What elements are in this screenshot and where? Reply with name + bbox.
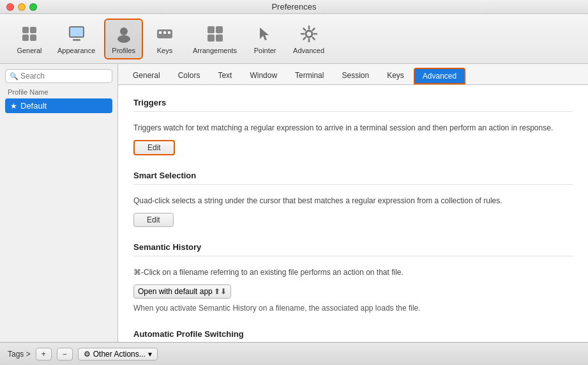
edit-button-triggers[interactable]: Edit (133, 140, 175, 155)
toolbar-label-advanced: Advanced (293, 47, 324, 54)
svg-point-8 (117, 35, 130, 43)
profile-star-icon: ★ (10, 102, 17, 111)
section-semantic-history: Semantic History⌘-Click on a filename re… (133, 242, 573, 314)
tags-label[interactable]: Tags > (8, 350, 31, 359)
svg-rect-2 (22, 35, 29, 41)
section-divider-semantic-history (133, 256, 573, 256)
toolbar-item-advanced[interactable]: Advanced (287, 20, 331, 58)
subtab-bar: GeneralColorsTextWindowTerminalSessionKe… (118, 64, 588, 85)
svg-rect-6 (73, 39, 80, 41)
select-semantic-history[interactable]: Open with default appOpen with editorRun… (138, 287, 223, 296)
close-button[interactable] (6, 3, 14, 11)
section-divider-triggers (133, 111, 573, 112)
section-desc-smart-selection: Quad-click selects a string under the cu… (133, 195, 573, 206)
svg-rect-0 (22, 27, 29, 33)
titlebar: Preferences (0, 0, 588, 14)
add-profile-button[interactable]: + (36, 348, 52, 361)
dropdown-semantic-history[interactable]: Open with default appOpen with editorRun… (133, 284, 231, 299)
profile-item-default[interactable]: ★Default (5, 98, 112, 113)
svg-rect-5 (70, 27, 83, 36)
remove-profile-button[interactable]: − (57, 348, 73, 361)
svg-rect-1 (30, 27, 36, 33)
content-panel: GeneralColorsTextWindowTerminalSessionKe… (118, 64, 588, 342)
bottombar: Tags > + − ⚙ Other Actions... ▾ (0, 342, 588, 365)
toolbar: GeneralAppearanceProfilesKeysArrangement… (0, 14, 588, 64)
section-title-semantic-history: Semantic History (133, 242, 573, 252)
minimize-button[interactable] (18, 3, 26, 11)
search-input[interactable] (20, 72, 108, 81)
search-icon: 🔍 (10, 72, 19, 81)
tab-text[interactable]: Text (209, 68, 240, 84)
other-actions-button[interactable]: ⚙ Other Actions... ▾ (78, 348, 158, 361)
profile-list: ★Default (5, 98, 112, 113)
section-desc-triggers: Triggers watch for text matching a regul… (133, 122, 573, 134)
section-title-triggers: Triggers (133, 98, 573, 107)
svg-rect-15 (207, 35, 215, 42)
section-desc-semantic-history: ⌘-Click on a filename referring to an ex… (133, 267, 573, 278)
svg-rect-3 (30, 35, 36, 41)
toolbar-item-arrangements[interactable]: Arrangements (186, 20, 243, 58)
tab-session[interactable]: Session (333, 68, 377, 84)
svg-point-7 (120, 27, 128, 35)
section-note-semantic-history: When you activate Semantic History on a … (133, 302, 573, 314)
section-title-auto-profile: Automatic Profile Switching (133, 329, 573, 339)
profile-item-label: Default (20, 101, 47, 111)
content-body: TriggersTriggers watch for text matching… (118, 85, 588, 342)
search-box[interactable]: 🔍 (5, 69, 112, 83)
tab-window[interactable]: Window (241, 68, 285, 84)
toolbar-item-general[interactable]: General (10, 20, 49, 58)
toolbar-label-keys: Keys (157, 47, 172, 54)
arrangements-toolbar-icon (205, 24, 225, 44)
toolbar-item-pointer[interactable]: Pointer (246, 20, 284, 58)
svg-rect-10 (159, 31, 162, 34)
other-actions-label: Other Actions... (93, 350, 146, 359)
svg-rect-12 (168, 31, 170, 34)
edit-button-smart-selection[interactable]: Edit (133, 213, 174, 227)
section-auto-profile: Automatic Profile SwitchingAny session w… (133, 329, 573, 342)
profiles-toolbar-icon (114, 24, 134, 44)
window-title: Preferences (271, 2, 316, 12)
section-title-smart-selection: Smart Selection (133, 171, 573, 180)
toolbar-item-profiles[interactable]: Profiles (104, 19, 143, 59)
section-triggers: TriggersTriggers watch for text matching… (133, 98, 573, 155)
tab-advanced[interactable]: Advanced (414, 68, 465, 84)
sidebar: 🔍 Profile Name ★Default (0, 64, 118, 342)
svg-rect-14 (216, 26, 223, 33)
appearance-toolbar-icon (66, 24, 87, 44)
toolbar-label-appearance: Appearance (57, 47, 95, 54)
general-toolbar-icon (19, 24, 40, 44)
toolbar-label-profiles: Profiles (112, 47, 135, 54)
tab-terminal[interactable]: Terminal (287, 68, 332, 84)
traffic-lights (6, 3, 37, 11)
toolbar-label-pointer: Pointer (254, 47, 276, 54)
profile-name-column-header: Profile Name (5, 87, 112, 97)
maximize-button[interactable] (29, 3, 37, 11)
advanced-toolbar-icon (299, 24, 319, 44)
gear-icon: ⚙ (84, 350, 91, 359)
chevron-down-icon: ▾ (148, 350, 152, 359)
svg-point-18 (306, 31, 312, 37)
pointer-toolbar-icon (255, 24, 275, 44)
svg-rect-16 (216, 35, 223, 42)
tab-keys[interactable]: Keys (379, 68, 412, 84)
main-area: 🔍 Profile Name ★Default GeneralColorsTex… (0, 64, 588, 342)
keys-toolbar-icon (155, 24, 175, 44)
toolbar-label-arrangements: Arrangements (193, 47, 237, 54)
section-smart-selection: Smart SelectionQuad-click selects a stri… (133, 171, 573, 227)
section-divider-smart-selection (133, 184, 573, 185)
tab-colors[interactable]: Colors (170, 68, 209, 84)
svg-marker-17 (260, 27, 269, 40)
toolbar-label-general: General (17, 47, 41, 54)
svg-rect-11 (163, 31, 166, 34)
toolbar-item-keys[interactable]: Keys (146, 20, 184, 58)
toolbar-item-appearance[interactable]: Appearance (51, 20, 102, 58)
tab-general[interactable]: General (124, 68, 169, 84)
svg-rect-13 (207, 26, 215, 33)
